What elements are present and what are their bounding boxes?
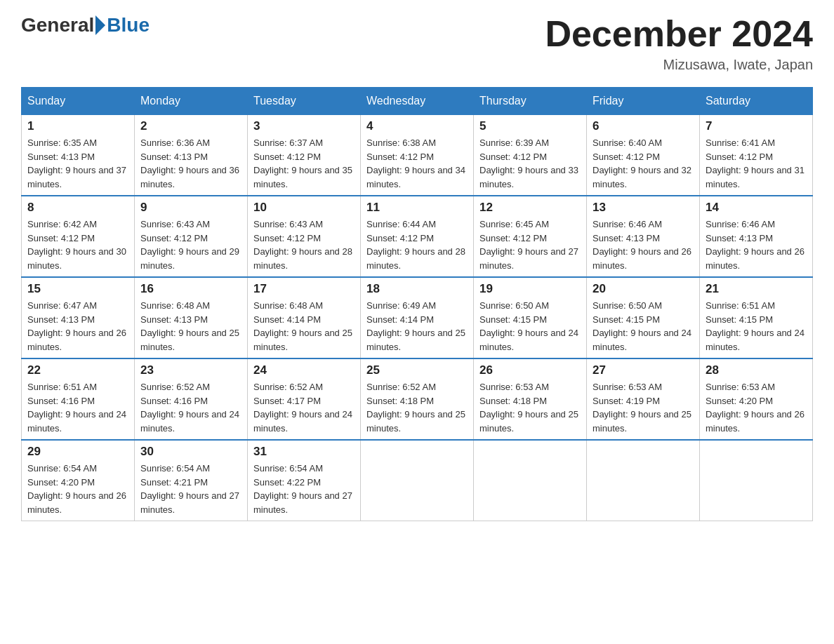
day-info: Sunrise: 6:51 AMSunset: 4:15 PMDaylight:…: [706, 299, 807, 354]
day-number: 9: [140, 201, 241, 215]
day-info: Sunrise: 6:53 AMSunset: 4:20 PMDaylight:…: [706, 380, 807, 435]
calendar-day-10: 10Sunrise: 6:43 AMSunset: 4:12 PMDayligh…: [248, 196, 361, 277]
calendar-day-15: 15Sunrise: 6:47 AMSunset: 4:13 PMDayligh…: [22, 277, 135, 358]
weekday-header-wednesday: Wednesday: [361, 88, 474, 115]
day-info: Sunrise: 6:47 AMSunset: 4:13 PMDaylight:…: [27, 299, 128, 354]
day-info: Sunrise: 6:43 AMSunset: 4:12 PMDaylight:…: [253, 217, 355, 272]
day-number: 13: [593, 201, 694, 215]
calendar-week-4: 22Sunrise: 6:51 AMSunset: 4:16 PMDayligh…: [22, 358, 813, 440]
day-number: 7: [706, 119, 807, 133]
calendar-day-3: 3Sunrise: 6:37 AMSunset: 4:12 PMDaylight…: [248, 115, 361, 196]
calendar-day-9: 9Sunrise: 6:43 AMSunset: 4:12 PMDaylight…: [135, 196, 248, 277]
day-number: 1: [27, 119, 128, 133]
logo-general-text: General: [21, 14, 94, 36]
day-number: 22: [27, 363, 128, 377]
calendar-day-29: 29Sunrise: 6:54 AMSunset: 4:20 PMDayligh…: [22, 440, 135, 521]
day-number: 8: [27, 201, 128, 215]
day-info: Sunrise: 6:52 AMSunset: 4:16 PMDaylight:…: [140, 380, 241, 435]
day-info: Sunrise: 6:50 AMSunset: 4:15 PMDaylight:…: [593, 299, 694, 354]
day-info: Sunrise: 6:54 AMSunset: 4:21 PMDaylight:…: [140, 462, 241, 516]
day-info: Sunrise: 6:49 AMSunset: 4:14 PMDaylight:…: [366, 299, 468, 354]
calendar-day-30: 30Sunrise: 6:54 AMSunset: 4:21 PMDayligh…: [135, 440, 248, 521]
weekday-row: SundayMondayTuesdayWednesdayThursdayFrid…: [22, 88, 813, 115]
day-number: 5: [479, 119, 581, 133]
calendar-day-22: 22Sunrise: 6:51 AMSunset: 4:16 PMDayligh…: [22, 358, 135, 440]
weekday-header-saturday: Saturday: [700, 88, 813, 115]
empty-cell: [361, 440, 474, 521]
calendar-day-4: 4Sunrise: 6:38 AMSunset: 4:12 PMDaylight…: [361, 115, 474, 196]
day-info: Sunrise: 6:51 AMSunset: 4:16 PMDaylight:…: [27, 380, 128, 435]
day-info: Sunrise: 6:39 AMSunset: 4:12 PMDaylight:…: [479, 136, 581, 191]
calendar-day-17: 17Sunrise: 6:48 AMSunset: 4:14 PMDayligh…: [248, 277, 361, 358]
day-info: Sunrise: 6:45 AMSunset: 4:12 PMDaylight:…: [479, 217, 581, 272]
calendar-day-12: 12Sunrise: 6:45 AMSunset: 4:12 PMDayligh…: [474, 196, 587, 277]
day-number: 14: [706, 201, 807, 215]
day-number: 23: [140, 363, 241, 377]
day-number: 4: [366, 119, 468, 133]
day-info: Sunrise: 6:53 AMSunset: 4:19 PMDaylight:…: [593, 380, 694, 435]
weekday-header-thursday: Thursday: [474, 88, 587, 115]
day-number: 2: [140, 119, 241, 133]
day-number: 29: [27, 445, 128, 459]
day-number: 30: [140, 445, 241, 459]
day-info: Sunrise: 6:54 AMSunset: 4:22 PMDaylight:…: [253, 462, 355, 516]
logo: General Blue: [21, 14, 150, 36]
day-info: Sunrise: 6:53 AMSunset: 4:18 PMDaylight:…: [479, 380, 581, 435]
calendar-day-24: 24Sunrise: 6:52 AMSunset: 4:17 PMDayligh…: [248, 358, 361, 440]
calendar-day-18: 18Sunrise: 6:49 AMSunset: 4:14 PMDayligh…: [361, 277, 474, 358]
calendar-day-8: 8Sunrise: 6:42 AMSunset: 4:12 PMDaylight…: [22, 196, 135, 277]
day-info: Sunrise: 6:43 AMSunset: 4:12 PMDaylight:…: [140, 217, 241, 272]
day-info: Sunrise: 6:38 AMSunset: 4:12 PMDaylight:…: [366, 136, 468, 191]
calendar-day-1: 1Sunrise: 6:35 AMSunset: 4:13 PMDaylight…: [22, 115, 135, 196]
calendar-header: SundayMondayTuesdayWednesdayThursdayFrid…: [22, 88, 813, 115]
day-number: 3: [253, 119, 355, 133]
day-info: Sunrise: 6:37 AMSunset: 4:12 PMDaylight:…: [253, 136, 355, 191]
calendar-day-7: 7Sunrise: 6:41 AMSunset: 4:12 PMDaylight…: [700, 115, 813, 196]
calendar-week-3: 15Sunrise: 6:47 AMSunset: 4:13 PMDayligh…: [22, 277, 813, 358]
calendar-day-26: 26Sunrise: 6:53 AMSunset: 4:18 PMDayligh…: [474, 358, 587, 440]
day-number: 10: [253, 201, 355, 215]
day-number: 24: [253, 363, 355, 377]
day-number: 18: [366, 282, 468, 296]
day-info: Sunrise: 6:50 AMSunset: 4:15 PMDaylight:…: [479, 299, 581, 354]
location-subtitle: Mizusawa, Iwate, Japan: [545, 57, 813, 73]
day-number: 15: [27, 282, 128, 296]
day-number: 17: [253, 282, 355, 296]
calendar-week-1: 1Sunrise: 6:35 AMSunset: 4:13 PMDaylight…: [22, 115, 813, 196]
day-number: 12: [479, 201, 581, 215]
calendar-day-23: 23Sunrise: 6:52 AMSunset: 4:16 PMDayligh…: [135, 358, 248, 440]
calendar-day-14: 14Sunrise: 6:46 AMSunset: 4:13 PMDayligh…: [700, 196, 813, 277]
day-info: Sunrise: 6:41 AMSunset: 4:12 PMDaylight:…: [706, 136, 807, 191]
calendar-day-2: 2Sunrise: 6:36 AMSunset: 4:13 PMDaylight…: [135, 115, 248, 196]
calendar-day-5: 5Sunrise: 6:39 AMSunset: 4:12 PMDaylight…: [474, 115, 587, 196]
weekday-header-sunday: Sunday: [22, 88, 135, 115]
weekday-header-tuesday: Tuesday: [248, 88, 361, 115]
day-number: 21: [706, 282, 807, 296]
calendar-day-11: 11Sunrise: 6:44 AMSunset: 4:12 PMDayligh…: [361, 196, 474, 277]
day-number: 16: [140, 282, 241, 296]
day-info: Sunrise: 6:52 AMSunset: 4:17 PMDaylight:…: [253, 380, 355, 435]
day-info: Sunrise: 6:40 AMSunset: 4:12 PMDaylight:…: [593, 136, 694, 191]
weekday-header-monday: Monday: [135, 88, 248, 115]
day-info: Sunrise: 6:54 AMSunset: 4:20 PMDaylight:…: [27, 462, 128, 516]
day-info: Sunrise: 6:46 AMSunset: 4:13 PMDaylight:…: [706, 217, 807, 272]
weekday-header-friday: Friday: [587, 88, 700, 115]
calendar-day-25: 25Sunrise: 6:52 AMSunset: 4:18 PMDayligh…: [361, 358, 474, 440]
page-header: General Blue December 2024 Mizusawa, Iwa…: [21, 14, 813, 73]
empty-cell: [700, 440, 813, 521]
day-info: Sunrise: 6:52 AMSunset: 4:18 PMDaylight:…: [366, 380, 468, 435]
calendar-day-16: 16Sunrise: 6:48 AMSunset: 4:13 PMDayligh…: [135, 277, 248, 358]
empty-cell: [587, 440, 700, 521]
day-info: Sunrise: 6:44 AMSunset: 4:12 PMDaylight:…: [366, 217, 468, 272]
day-number: 6: [593, 119, 694, 133]
calendar-day-6: 6Sunrise: 6:40 AMSunset: 4:12 PMDaylight…: [587, 115, 700, 196]
day-info: Sunrise: 6:48 AMSunset: 4:14 PMDaylight:…: [253, 299, 355, 354]
logo-arrow-icon: [95, 15, 105, 35]
calendar-day-21: 21Sunrise: 6:51 AMSunset: 4:15 PMDayligh…: [700, 277, 813, 358]
calendar-day-20: 20Sunrise: 6:50 AMSunset: 4:15 PMDayligh…: [587, 277, 700, 358]
calendar-day-27: 27Sunrise: 6:53 AMSunset: 4:19 PMDayligh…: [587, 358, 700, 440]
calendar-body: 1Sunrise: 6:35 AMSunset: 4:13 PMDaylight…: [22, 115, 813, 521]
day-number: 27: [593, 363, 694, 377]
calendar-table: SundayMondayTuesdayWednesdayThursdayFrid…: [21, 87, 813, 521]
day-number: 11: [366, 201, 468, 215]
